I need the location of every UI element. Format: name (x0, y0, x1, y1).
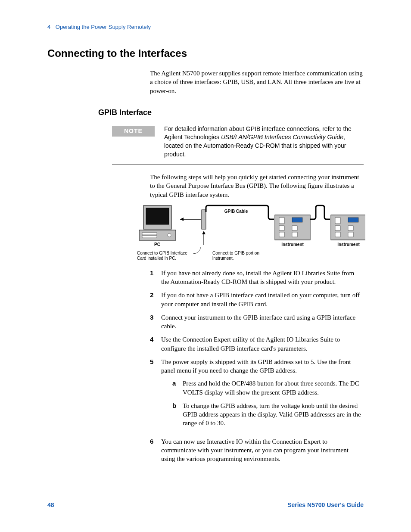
step-text: The power supply is shipped with its GPI… (161, 358, 351, 374)
svg-marker-9 (202, 231, 206, 234)
svg-rect-16 (292, 232, 297, 237)
subsection-title: GPIB Interface (98, 108, 364, 117)
step-text: If you have not already done so, install… (161, 269, 364, 286)
guide-name: Series N5700 User's Guide (287, 501, 364, 508)
step-text: You can now use Interactive IO within th… (161, 437, 364, 464)
page-title: Connecting to the Interfaces (47, 47, 364, 59)
page-footer: 48 Series N5700 User's Guide (47, 501, 364, 508)
chapter-title: Operating the Power Supply Remotely (56, 24, 151, 30)
chapter-number: 4 (47, 24, 50, 30)
step-3: 3Connect your instrument to the GPIB int… (150, 313, 364, 331)
svg-rect-13 (279, 226, 284, 230)
pc-icon (139, 205, 176, 240)
step-number: 3 (150, 313, 161, 331)
svg-point-5 (168, 233, 171, 237)
svg-rect-12 (292, 218, 302, 222)
step-text: Use the Connection Expert utility of the… (161, 335, 364, 353)
substep-a: aPress and hold the OCP/488 button for a… (172, 379, 364, 397)
note-body: For detailed information about GPIB inte… (164, 125, 364, 159)
substep-text: To change the GPIB address, turn the vol… (183, 401, 364, 428)
step-4: 4Use the Connection Expert utility of th… (150, 335, 364, 353)
step-2: 2If you do not have a GPIB interface car… (150, 291, 364, 308)
step-number: 6 (150, 437, 161, 464)
instrument-label-1: Instrument (281, 242, 304, 247)
substep-text: Press and hold the OCP/488 button for ab… (183, 379, 364, 397)
callout-pc: Connect to GPIB Interface Card installed… (137, 251, 195, 261)
substep-letter: b (172, 401, 183, 428)
step-number: 5 (150, 358, 161, 432)
substep-letter: a (172, 379, 183, 397)
step-1: 1If you have not already done so, instal… (150, 269, 364, 286)
gpib-figure: PC GPIB Cable Instrument (137, 204, 364, 264)
connector-icon (202, 210, 206, 229)
steps-list: 1If you have not already done so, instal… (150, 269, 364, 464)
svg-rect-19 (348, 218, 358, 222)
svg-rect-1 (146, 208, 169, 224)
svg-rect-18 (335, 218, 340, 224)
svg-rect-3 (142, 233, 157, 235)
running-header: 4 Operating the Power Supply Remotely (47, 24, 364, 30)
svg-rect-4 (142, 236, 157, 238)
svg-rect-20 (335, 226, 340, 230)
step-number: 2 (150, 291, 161, 308)
callout-instrument: Connect to GPIB port on instrument. (212, 251, 260, 261)
instrument-icon-1 (275, 215, 310, 240)
note-text-italic: USB/LAN/GPIB Interfaces Connectivity Gui… (221, 134, 343, 140)
svg-rect-15 (279, 232, 284, 237)
step-5: 5 The power supply is shipped with its G… (150, 358, 364, 432)
intro-paragraph: The Agilent N5700 power supplies support… (150, 69, 364, 95)
substep-b: bTo change the GPIB address, turn the vo… (172, 401, 364, 428)
step-number: 1 (150, 269, 161, 286)
pc-label: PC (154, 242, 160, 247)
svg-rect-21 (348, 226, 353, 230)
substeps-list: aPress and hold the OCP/488 button for a… (161, 379, 364, 427)
step-text: If you do not have a GPIB interface card… (161, 291, 364, 308)
lead-paragraph: The following steps will help you quickl… (150, 173, 364, 199)
instrument-icon-2 (331, 215, 365, 240)
note-label: NOTE (112, 126, 155, 137)
svg-rect-11 (279, 218, 284, 224)
page-number: 48 (47, 501, 54, 508)
instrument-label-2: Instrument (337, 242, 360, 247)
step-6: 6You can now use Interactive IO within t… (150, 437, 364, 464)
svg-rect-23 (348, 232, 353, 237)
svg-marker-7 (180, 218, 184, 221)
svg-rect-22 (335, 232, 340, 237)
gpib-cable-label: GPIB Cable (224, 209, 248, 214)
svg-rect-14 (292, 226, 297, 230)
step-number: 4 (150, 335, 161, 353)
inter-instrument-cable-icon (310, 205, 330, 219)
step-text: Connect your instrument to the GPIB inte… (161, 313, 364, 331)
note-block: NOTE For detailed information about GPIB… (112, 125, 364, 165)
